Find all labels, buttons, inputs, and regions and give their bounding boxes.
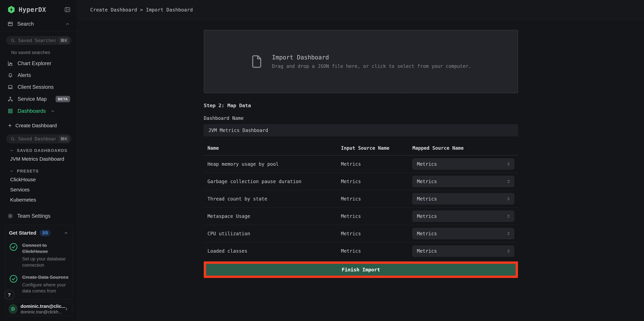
table-row: Thread count by state Metrics Metrics	[204, 190, 518, 208]
logo-row: HyperDX	[0, 0, 78, 18]
mapping-table: Name Input Source Name Mapped Source Nam…	[204, 145, 518, 260]
dashboard-item-jvm-metrics[interactable]: JVM Metrics Dashboard	[0, 154, 78, 164]
sidebar-search-label: Search	[17, 21, 34, 27]
step-subtitle: Configure where your data comes from	[22, 282, 68, 294]
search-icon	[10, 136, 15, 141]
chevron-up-icon	[50, 108, 55, 114]
group-saved-dashboards[interactable]: SAVED DASHBOARDS	[0, 143, 78, 154]
no-saved-searches-note: No saved searches	[0, 45, 78, 57]
file-icon	[250, 54, 262, 69]
user-menu[interactable]: D dominic.tran@clic... dominic.tran@clic…	[5, 302, 73, 316]
sidebar-item-label: Alerts	[18, 72, 31, 78]
check-circle-icon	[9, 274, 18, 283]
preset-item-clickhouse[interactable]: ClickHouse	[0, 175, 78, 185]
saved-searches-input[interactable]	[18, 38, 56, 43]
row-name: Loaded classes	[208, 248, 341, 254]
chevron-up-down-icon	[506, 196, 511, 201]
dashboard-name-input[interactable]	[204, 124, 518, 136]
preset-item-services[interactable]: Services	[0, 185, 78, 195]
row-mapped-source-cell: Metrics	[412, 193, 518, 204]
mapped-source-select[interactable]: Metrics	[412, 228, 514, 239]
user-name: dominic.tran@clic...	[20, 304, 61, 309]
app-root: HyperDX Search	[0, 0, 644, 321]
sidebar-item-team-settings[interactable]: Team Settings	[0, 207, 78, 225]
sidebar-item-client-sessions[interactable]: Client Sessions	[0, 81, 78, 93]
sidebar-item-service-map[interactable]: Service Map BETA	[0, 93, 78, 105]
breadcrumb: Create Dashboard > Import Dashboard	[90, 7, 193, 13]
annotation-highlight-box: Finish Import	[204, 262, 518, 278]
sidebar-item-label: Dashboards	[18, 108, 46, 114]
group-label: PRESETS	[17, 169, 39, 174]
mapped-source-select[interactable]: Metrics	[412, 246, 514, 257]
shortcut-badge: ⌘K	[59, 136, 69, 142]
group-presets[interactable]: PRESETS	[0, 164, 78, 175]
chart-icon	[8, 61, 13, 66]
sidebar-section-search[interactable]: Search	[0, 18, 78, 30]
sidebar-item-chart-explorer[interactable]: Chart Explorer	[0, 57, 78, 69]
row-input-source: Metrics	[341, 179, 412, 184]
mapped-source-select[interactable]: Metrics	[412, 193, 514, 204]
row-input-source: Metrics	[341, 231, 412, 237]
import-dropzone[interactable]: Import Dashboard Drag and drop a JSON fi…	[204, 30, 518, 93]
preset-item-kubernetes[interactable]: Kubernetes	[0, 195, 78, 205]
app-title: HyperDX	[18, 6, 46, 13]
table-row: Heap memory usage by pool Metrics Metric…	[204, 155, 518, 173]
mapped-source-select[interactable]: Metrics	[412, 211, 514, 222]
group-label: SAVED DASHBOARDS	[17, 148, 68, 153]
select-value: Metrics	[417, 214, 437, 219]
sidebar-item-alerts[interactable]: Alerts	[0, 69, 78, 81]
bell-icon	[8, 72, 13, 78]
mapped-source-select[interactable]: Metrics	[412, 176, 514, 187]
row-name: Metaspace Usage	[208, 214, 341, 219]
finish-import-button[interactable]: Finish Import	[206, 264, 516, 276]
get-started-step-sources[interactable]: Create Data Sources Configure where your…	[9, 274, 68, 294]
create-dashboard-button[interactable]: + Create Dashboard	[0, 118, 78, 130]
content-column: Import Dashboard Drag and drop a JSON fi…	[204, 20, 518, 278]
sidebar-collapse-button[interactable]	[64, 6, 71, 13]
row-mapped-source-cell: Metrics	[412, 228, 518, 239]
search-icon	[10, 38, 15, 43]
column-header-input-source: Input Source Name	[341, 145, 412, 151]
saved-dashboards-input[interactable]	[18, 136, 56, 142]
chevron-down-icon	[10, 169, 14, 173]
chevron-up-icon	[65, 21, 70, 26]
shortcut-badge: ⌘K	[59, 37, 69, 44]
saved-dashboards-search[interactable]: ⌘K	[6, 134, 72, 143]
get-started-title: Get Started	[9, 230, 36, 236]
sidebar-item-dashboards[interactable]: Dashboards	[0, 105, 78, 117]
row-mapped-source-cell: Metrics	[412, 246, 518, 257]
select-value: Metrics	[417, 248, 437, 254]
gear-icon	[8, 213, 13, 219]
get-started-header[interactable]: Get Started 2/3	[9, 230, 68, 236]
step-subtitle: Set up your database connection	[22, 256, 68, 268]
step-title: Step 2: Map Data	[204, 103, 518, 108]
get-started-card: Get Started 2/3 Connect to ClickHouse Se…	[5, 225, 73, 300]
sidebar: HyperDX Search	[0, 0, 78, 321]
help-button[interactable]: ?	[4, 290, 14, 300]
chevron-up-down-icon	[506, 231, 511, 236]
row-input-source: Metrics	[341, 196, 412, 202]
avatar: D	[8, 304, 18, 314]
row-mapped-source-cell: Metrics	[412, 176, 518, 187]
row-input-source: Metrics	[341, 214, 412, 219]
chevron-up-down-icon	[506, 214, 511, 219]
row-name: CPU utilization	[208, 231, 341, 237]
beta-badge: BETA	[56, 96, 70, 102]
sidebar-item-label: Service Map	[18, 96, 47, 102]
get-started-step-connect[interactable]: Connect to ClickHouse Set up your databa…	[9, 242, 68, 268]
table-header-row: Name Input Source Name Mapped Source Nam…	[204, 145, 518, 155]
row-input-source: Metrics	[341, 248, 412, 254]
hyperdx-logo-icon	[8, 6, 15, 13]
step-title: Create Data Sources	[22, 274, 68, 280]
top-bar: Create Dashboard > Import Dashboard	[78, 0, 644, 20]
user-texts: dominic.tran@clic... dominic.tran@clickh…	[20, 304, 61, 315]
dropzone-title: Import Dashboard	[272, 54, 471, 61]
row-name: Heap memory usage by pool	[208, 161, 341, 167]
hierarchy-icon	[8, 96, 13, 102]
saved-searches-search[interactable]: ⌘K	[6, 36, 72, 45]
progress-badge: 2/3	[40, 230, 50, 236]
table-row: Garbage collection pause duration Metric…	[204, 173, 518, 190]
select-value: Metrics	[417, 231, 437, 237]
mapped-source-select[interactable]: Metrics	[412, 158, 514, 170]
chevron-up-down-icon	[506, 162, 511, 167]
